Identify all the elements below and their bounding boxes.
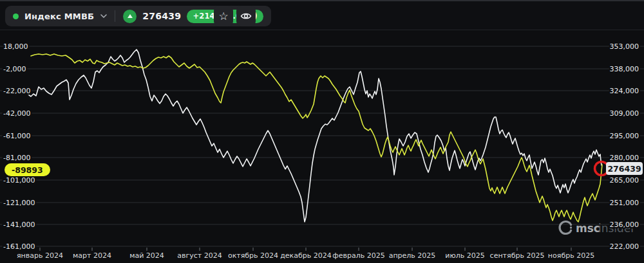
x-axis-label: ноябрь 2025 bbox=[548, 251, 594, 260]
favorite-button[interactable]: ☆ bbox=[214, 6, 233, 26]
instrument-selector[interactable]: Индекс ММВБ bbox=[24, 12, 94, 21]
right-axis-label: 353,000 bbox=[610, 42, 639, 51]
triangle-up-icon bbox=[123, 10, 137, 23]
x-axis-label: август 2024 bbox=[177, 251, 222, 260]
left-axis-label: -101,000 bbox=[3, 176, 35, 185]
left-axis-label: -61,000 bbox=[3, 132, 30, 140]
right-axis-label: 280,000 bbox=[610, 154, 639, 162]
x-axis-label: апрель 2025 bbox=[389, 251, 436, 260]
watermark-logo-icon bbox=[560, 222, 572, 234]
chart-grid-layer bbox=[0, 46, 644, 246]
right-axis-label: 324,000 bbox=[610, 87, 639, 95]
chart-svg[interactable]: msc insider 18,000-2,000-22,000-42,000-6… bbox=[0, 0, 644, 263]
chart-axis-layer: 18,000-2,000-22,000-42,000-61,000-81,000… bbox=[3, 42, 639, 260]
watch-button[interactable] bbox=[236, 6, 256, 26]
right-axis-label: 222,000 bbox=[610, 242, 639, 251]
x-axis-label: март 2024 bbox=[73, 251, 111, 260]
left-axis-label: -22,000 bbox=[3, 87, 30, 95]
eye-icon bbox=[240, 12, 252, 21]
series-money-flow bbox=[31, 54, 602, 222]
x-axis-label: декабрь 2024 bbox=[280, 251, 332, 260]
toolbar: Индекс ММВБ 276439 +214 (+0.08%) ☆ bbox=[0, 0, 644, 30]
right-axis-label: 338,000 bbox=[610, 65, 639, 73]
left-axis-last-value-badge: -89893 bbox=[5, 163, 50, 176]
left-axis-label: -42,000 bbox=[3, 109, 30, 118]
right-axis-last-value-badge: 276439 bbox=[606, 162, 643, 175]
left-axis-label: -141,000 bbox=[3, 221, 35, 229]
right-axis-label: 251,000 bbox=[610, 199, 639, 207]
left-axis-label: -161,000 bbox=[3, 242, 35, 251]
right-axis-label: 265,000 bbox=[610, 176, 639, 185]
x-axis-label: июль 2025 bbox=[445, 251, 484, 260]
x-axis-label: январь 2024 bbox=[17, 251, 63, 260]
watermark-text-bold: msc bbox=[576, 222, 600, 235]
x-axis-label: октябрь 2024 bbox=[228, 251, 278, 260]
left-axis-label: -121,000 bbox=[3, 199, 35, 207]
right-axis-label: 236,000 bbox=[610, 221, 639, 229]
x-axis-label: сентябрь 2025 bbox=[490, 251, 545, 260]
right-axis-label: 309,000 bbox=[610, 109, 639, 118]
chevron-down-icon[interactable] bbox=[100, 14, 107, 18]
left-axis-label: -2,000 bbox=[3, 65, 26, 73]
last-price: 276439 bbox=[142, 11, 181, 21]
x-axis-label: февраль 2025 bbox=[332, 251, 384, 260]
trading-chart-window: msc insider 18,000-2,000-22,000-42,000-6… bbox=[0, 0, 644, 263]
x-axis-label: май 2024 bbox=[129, 251, 164, 260]
right-axis-label: 295,000 bbox=[610, 132, 639, 140]
star-icon: ☆ bbox=[218, 11, 228, 22]
pill-divider bbox=[115, 10, 115, 22]
left-axis-label: -81,000 bbox=[3, 154, 30, 162]
instrument-dot-icon bbox=[13, 14, 19, 19]
left-axis-label: 18,000 bbox=[3, 42, 28, 51]
